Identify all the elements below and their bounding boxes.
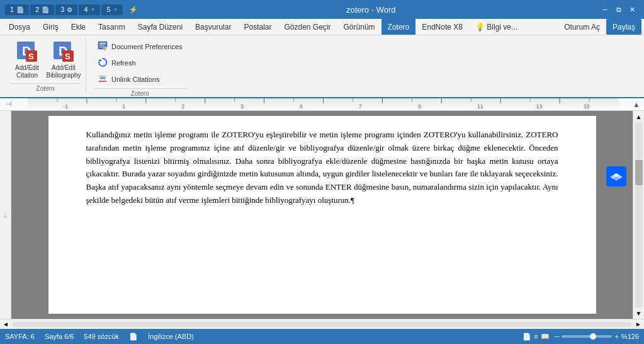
- add-edit-citation-label: Add/EditCitation: [15, 64, 39, 79]
- tab-3[interactable]: 3 ⚙: [55, 4, 77, 15]
- menu-review[interactable]: Gözden Geçir: [278, 19, 337, 35]
- web-layout-icon[interactable]: ≡: [534, 333, 538, 341]
- scroll-up-button[interactable]: ▲: [633, 111, 645, 122]
- menu-endnote[interactable]: EndNote X8: [415, 19, 469, 35]
- quick-access-toolbar: 1 📄 2 📄 3 ⚙ 4 ▼ 5 ▼: [5, 4, 143, 15]
- ruler-bar: ⊣ -1 1 2 3 5: [0, 98, 644, 111]
- document-page[interactable]: Kullandığınız metin işleme programı ile …: [48, 116, 596, 314]
- svg-marker-14: [99, 59, 102, 61]
- menu-login[interactable]: Oturum Aç: [558, 19, 606, 35]
- scroll-right-button[interactable]: ►: [633, 319, 644, 330]
- word-count: 549 sözcük: [84, 333, 119, 340]
- menu-info[interactable]: 💡 Bilgi ve...: [469, 19, 524, 35]
- menu-view[interactable]: Görünüm: [337, 19, 381, 35]
- tab-5-dropdown-icon: ▼: [113, 7, 118, 13]
- menu-page-layout[interactable]: Sayfa Düzeni: [132, 19, 189, 35]
- tab-4[interactable]: 4 ▼: [79, 4, 100, 15]
- refresh-button[interactable]: Refresh: [94, 55, 186, 71]
- read-mode-icon[interactable]: 📖: [541, 333, 550, 341]
- ruler-left-marker: ⊣: [3, 100, 15, 108]
- tab-1[interactable]: 1 📄: [5, 4, 29, 15]
- minimize-button[interactable]: ─: [599, 3, 611, 16]
- vertical-scrollbar[interactable]: ▲ ▼: [633, 111, 644, 319]
- tab-customize[interactable]: ⚡: [124, 4, 143, 15]
- dropbox-icon[interactable]: [606, 166, 626, 186]
- document-preferences-label: Document Preferences: [111, 43, 183, 50]
- page-icon[interactable]: 📄: [129, 333, 138, 341]
- zoom-in-button[interactable]: +: [614, 333, 618, 340]
- status-bar-right: 📄 ≡ 📖 ─ + %126: [523, 333, 639, 341]
- status-bar-left: SAYFA: 6 Sayfa 6/6 549 sözcük 📄 İngilizc…: [5, 333, 194, 341]
- document-preferences-button[interactable]: ⚙ Document Preferences: [94, 39, 186, 54]
- scroll-track[interactable]: [635, 122, 643, 307]
- zoom-out-button[interactable]: ─: [555, 333, 560, 340]
- ruler-collapse-button[interactable]: ▲: [631, 100, 641, 110]
- unlink-citations-label: Unlink Citations: [111, 76, 159, 83]
- scroll-down-button[interactable]: ▼: [633, 307, 645, 319]
- menu-references[interactable]: Başvurular: [189, 19, 237, 35]
- view-icons: 📄 ≡ 📖: [523, 333, 549, 341]
- title-bar: 1 📄 2 📄 3 ⚙ 4 ▼ 5 ▼: [0, 0, 644, 19]
- print-layout-icon[interactable]: 📄: [523, 333, 531, 341]
- menu-file[interactable]: Dosya: [3, 19, 37, 35]
- menu-design[interactable]: Tasarım: [92, 19, 132, 35]
- ribbon-btns-stack: ⚙ Document Preferences Refresh: [94, 38, 186, 87]
- menu-home[interactable]: Giriş: [37, 19, 65, 35]
- app-title: zotero - Word: [346, 5, 396, 14]
- status-bar: SAYFA: 6 Sayfa 6/6 549 sözcük 📄 İngilizc…: [0, 329, 644, 344]
- restore-button[interactable]: ⧉: [613, 3, 625, 16]
- ribbon-group-label-zotero: Zotero: [10, 83, 81, 92]
- tab-5[interactable]: 5 ▼: [101, 4, 123, 15]
- ribbon: D S Add/EditCitation D S Add: [0, 35, 644, 98]
- menu-insert[interactable]: Ekle: [65, 19, 92, 35]
- ribbon-group-citations: D S Add/EditCitation D S Add: [5, 38, 86, 92]
- refresh-icon: [98, 57, 108, 69]
- language: İngilizce (ABD): [148, 333, 194, 340]
- document-content[interactable]: Kullandığınız metin işleme programı ile …: [11, 111, 633, 319]
- refresh-label: Refresh: [111, 59, 136, 67]
- svg-text:S: S: [28, 52, 34, 61]
- add-edit-bibliography-label: Add/EditBibliography: [46, 64, 81, 79]
- tab-customize-icon: ⚡: [129, 6, 138, 14]
- tab-2-label: 2: [35, 6, 39, 13]
- document-area: ⊥ Kullandığınız metin işleme programı il…: [0, 111, 644, 319]
- zoom-slider[interactable]: [562, 335, 612, 338]
- scroll-thumb[interactable]: [635, 160, 643, 185]
- scroll-left-area: ⊥: [0, 111, 11, 319]
- menu-zotero[interactable]: Zotero: [381, 19, 416, 35]
- page-indicator: SAYFA: 6: [5, 333, 35, 340]
- svg-rect-10: [99, 45, 105, 45]
- tab-5-label: 5: [106, 6, 110, 13]
- document-preferences-icon: ⚙: [98, 41, 108, 52]
- scroll-left-button[interactable]: ◄: [0, 319, 11, 330]
- svg-rect-11: [99, 47, 103, 47]
- add-edit-bibliography-button[interactable]: D S Add/EditBibliography: [47, 38, 81, 82]
- document-text: Kullandığınız metin işleme programı ile …: [86, 129, 558, 207]
- unlink-citations-icon: [98, 74, 108, 85]
- tab-3-label: 3: [60, 6, 64, 13]
- close-button[interactable]: ✕: [626, 3, 639, 16]
- menu-bar: Dosya Giriş Ekle Tasarım Sayfa Düzeni Ba…: [0, 19, 644, 35]
- h-scroll-track[interactable]: [13, 322, 631, 327]
- svg-rect-9: [99, 43, 106, 44]
- zoom-level: %126: [621, 333, 639, 340]
- zoom-control[interactable]: ─ + %126: [555, 333, 639, 340]
- menu-mailings[interactable]: Postalar: [237, 19, 278, 35]
- add-edit-citation-button[interactable]: D S Add/EditCitation: [10, 38, 44, 82]
- tab-group: 1 📄 2 📄 3 ⚙ 4 ▼ 5 ▼: [5, 4, 143, 15]
- title-bar-left: 1 📄 2 📄 3 ⚙ 4 ▼ 5 ▼: [5, 4, 143, 15]
- page-count: Sayfa 6/6: [45, 333, 74, 340]
- menu-share[interactable]: Paylaş: [606, 19, 641, 35]
- tab-4-label: 4: [84, 6, 88, 13]
- ribbon-group-label-zotero2: Zotero: [94, 88, 186, 97]
- bibliography-icon: D S: [52, 40, 75, 63]
- zoom-thumb[interactable]: [590, 333, 596, 340]
- citation-icon: D S: [16, 40, 38, 63]
- tab-4-dropdown-icon: ▼: [91, 7, 96, 13]
- tab-2[interactable]: 2 📄: [30, 4, 54, 15]
- unlink-citations-button[interactable]: Unlink Citations: [94, 72, 186, 87]
- horizontal-scrollbar[interactable]: ◄ ►: [0, 319, 644, 329]
- window-controls: ─ ⧉ ✕: [599, 3, 639, 16]
- tab-1-label: 1: [10, 6, 14, 13]
- ribbon-group-zotero-actions: ⚙ Document Preferences Refresh: [86, 38, 191, 97]
